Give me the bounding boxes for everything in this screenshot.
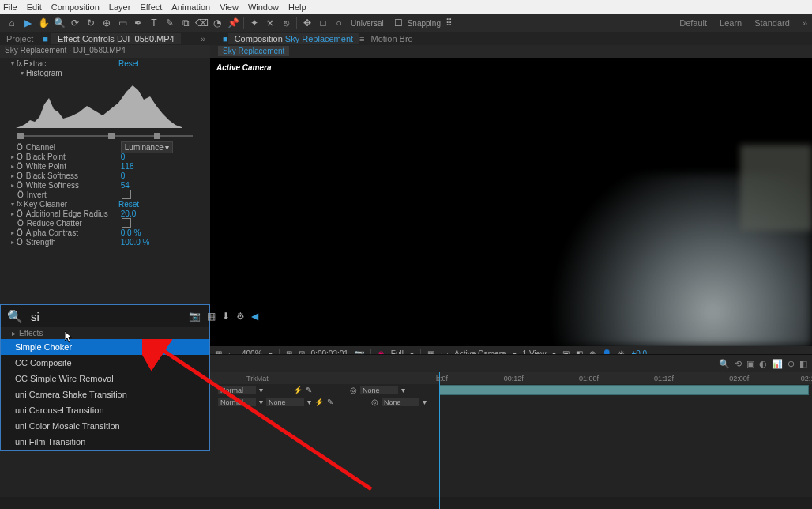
home-icon[interactable]: ⌂ <box>5 16 19 30</box>
layer2-fx-icon[interactable]: ⚡ <box>314 398 324 406</box>
timeline-ruler[interactable]: b:0f 00:12f 01:00f 01:12f 02:00f 02:12 <box>436 372 812 384</box>
layer-row-2[interactable]: Normal▾ None▾ ⚡ ✎ ◎ None▾ <box>210 396 812 408</box>
search-category-effects[interactable]: ▸Effects <box>1 327 209 339</box>
tab-overflow-icon[interactable]: » <box>201 34 210 43</box>
menu-effect[interactable]: Effect <box>140 2 162 12</box>
snap-opts-icon[interactable]: ⠿ <box>442 16 457 30</box>
effect-key-cleaner[interactable]: ▾fx Key Cleaner Reset <box>0 199 210 209</box>
workspace-more-icon[interactable]: » <box>803 18 807 28</box>
eraser-tool-icon[interactable]: ⌫ <box>194 16 209 30</box>
prop-black-point[interactable]: ▸Ö Black Point 0 <box>0 152 210 161</box>
prop-edge-radius[interactable]: ▸Ö Additional Edge Radius 20.0 <box>0 209 210 218</box>
layer-row-1[interactable]: Normal▾ ⚡ ✎ ◎ None▾ <box>210 384 812 396</box>
tl-adjust-icon[interactable]: ◧ <box>799 359 807 369</box>
workspace-learn[interactable]: Learn <box>720 18 742 28</box>
prop-white-softness[interactable]: ▸Ö White Softness 54 <box>0 180 210 190</box>
anchor-tool-icon[interactable]: ⊕ <box>100 16 114 30</box>
menu-window[interactable]: Window <box>248 2 279 12</box>
menu-composition[interactable]: Composition <box>51 2 100 12</box>
fx-item-uni-carousel[interactable]: uni Carousel Transition <box>1 402 209 418</box>
layer1-lock-icon[interactable]: ✎ <box>306 386 312 394</box>
fx-item-cc-composite[interactable]: CC Composite <box>1 355 209 371</box>
channel-dropdown[interactable]: Luminance ▾ <box>121 141 174 153</box>
tab-effect-controls[interactable]: Effect Controls DJI_0580.MP4 <box>51 33 181 44</box>
menu-layer[interactable]: Layer <box>109 2 131 12</box>
extract-range-slider[interactable] <box>17 133 193 139</box>
prop-black-softness[interactable]: ▸Ö Black Softness 0 <box>0 171 210 180</box>
menu-edit[interactable]: Edit <box>27 2 42 12</box>
menu-animation[interactable]: Animation <box>171 2 210 12</box>
axis-tool-icon[interactable]: ⤧ <box>263 16 277 30</box>
puppet-tool-icon[interactable]: 📌 <box>226 16 240 30</box>
grid-icon[interactable]: ▦ <box>207 311 216 322</box>
layer1-parent[interactable]: ◎ <box>350 386 357 394</box>
layer1-mode[interactable]: Normal <box>218 386 256 394</box>
camera-tool-icon[interactable]: ⎋ <box>279 16 293 30</box>
tl-shy-icon[interactable]: ⟲ <box>735 359 742 369</box>
tl-search-icon[interactable]: 🔍 <box>719 359 730 369</box>
pen-tool-icon[interactable]: ✒ <box>131 16 145 30</box>
prop-alpha-contrast[interactable]: ▸Ö Alpha Contrast 0.0 % <box>0 228 210 237</box>
layer2-parent[interactable]: ◎ <box>371 398 378 406</box>
rect-tool-icon[interactable]: ▭ <box>115 16 130 30</box>
settings-icon[interactable]: ⚙ <box>236 311 245 322</box>
chatter-checkbox[interactable] <box>122 218 131 228</box>
selection-tool-icon[interactable]: ▶ <box>21 16 35 30</box>
prop-channel[interactable]: ▸Ö Channel Luminance ▾ <box>0 142 210 152</box>
move-tool-icon[interactable]: ✥ <box>300 16 314 30</box>
layer1-bar[interactable] <box>439 385 809 395</box>
extract-histogram[interactable] <box>16 81 182 128</box>
snapshot-icon[interactable]: 📷 <box>189 311 201 322</box>
workspace-default[interactable]: Default <box>679 18 707 28</box>
clone-tool-icon[interactable]: ⧉ <box>179 16 193 30</box>
layer2-mode[interactable]: Normal <box>218 398 256 406</box>
prop-reduce-chatter[interactable]: Ö Reduce Chatter <box>0 218 210 228</box>
axis-mode[interactable]: Universal <box>351 19 384 28</box>
effect-extract[interactable]: ▾fx Extract Reset <box>0 58 210 68</box>
extract-reset[interactable]: Reset <box>118 59 139 68</box>
share-icon[interactable]: ◀ <box>251 311 258 322</box>
fx-item-uni-camera-shake[interactable]: uni Camera Shake Transition <box>1 386 209 402</box>
orbit-tool-icon[interactable]: ⟳ <box>68 16 82 30</box>
fx-item-cc-simple-wire[interactable]: CC Simple Wire Removal <box>1 371 209 386</box>
workspace-standard[interactable]: Standard <box>754 18 790 28</box>
comp-marker-icon: ■ <box>223 34 228 43</box>
prop-invert[interactable]: Ö Invert <box>0 190 210 199</box>
layer2-lock-icon[interactable]: ✎ <box>327 398 333 406</box>
roto-tool-icon[interactable]: ◔ <box>210 16 224 30</box>
type-tool-icon[interactable]: T <box>147 16 161 30</box>
tl-brain-icon[interactable]: ⊕ <box>788 359 795 369</box>
effects-search-input[interactable] <box>29 309 182 324</box>
zoom-tool-icon[interactable]: 🔍 <box>52 16 66 30</box>
circle-icon[interactable]: ○ <box>332 16 346 30</box>
download-icon[interactable]: ⬇ <box>222 311 230 322</box>
tl-graph-icon[interactable]: 📊 <box>772 359 783 369</box>
playhead[interactable] <box>439 372 440 509</box>
snap-check-icon[interactable]: ☐ <box>392 16 406 30</box>
fx-item-uni-color-mosaic[interactable]: uni Color Mosaic Transition <box>1 418 209 434</box>
timeline-panel: 🔍 ⟲ ▣ ◐ 📊 ⊕ ◧ TrkMat b:0f 00:12f 01:00f … <box>210 354 812 497</box>
menu-help[interactable]: Help <box>288 2 306 12</box>
tab-motion-bro[interactable]: Motion Bro <box>365 33 419 44</box>
3d-tool-icon[interactable]: ✦ <box>247 16 261 30</box>
tab-composition[interactable]: Composition Sky Replacement <box>228 33 359 44</box>
breadcrumb-sky-replacement[interactable]: Sky Replacement <box>218 46 289 56</box>
brush-tool-icon[interactable]: ✎ <box>163 16 177 30</box>
square-icon[interactable]: □ <box>316 16 330 30</box>
layer2-trkmat[interactable]: None <box>266 398 304 406</box>
invert-checkbox[interactable] <box>122 190 131 199</box>
prop-strength[interactable]: ▸Ö Strength 100.0 % <box>0 237 210 247</box>
layer1-fx-icon[interactable]: ⚡ <box>293 386 303 394</box>
fx-item-uni-film[interactable]: uni Film Transition <box>1 434 209 450</box>
keycleaner-reset[interactable]: Reset <box>118 200 139 209</box>
menu-file[interactable]: File <box>3 2 17 12</box>
rotate-tool-icon[interactable]: ↻ <box>84 16 98 30</box>
composition-viewport[interactable]: Active Camera <box>210 58 812 346</box>
tl-motion-blur-icon[interactable]: ◐ <box>759 359 767 369</box>
tab-project[interactable]: Project <box>0 33 39 44</box>
menu-view[interactable]: View <box>220 2 239 12</box>
prop-white-point[interactable]: ▸Ö White Point 118 <box>0 161 210 171</box>
fx-item-simple-choker[interactable]: Simple Choker <box>1 339 209 355</box>
hand-tool-icon[interactable]: ✋ <box>36 16 51 30</box>
tl-frame-blend-icon[interactable]: ▣ <box>746 359 754 369</box>
